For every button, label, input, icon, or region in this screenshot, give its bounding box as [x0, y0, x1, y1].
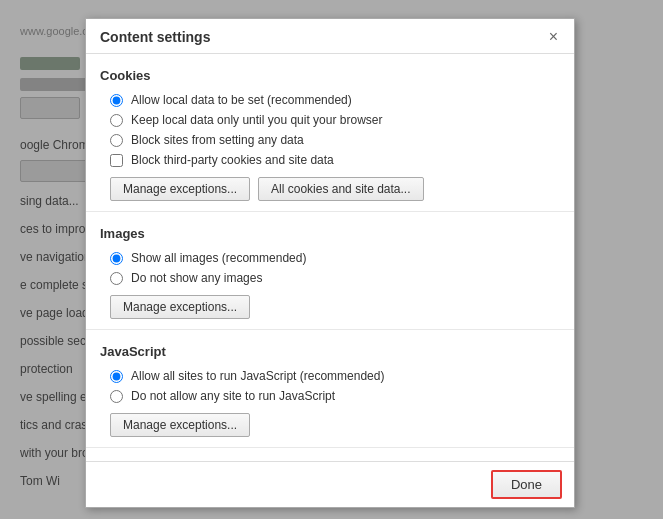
cookies-section: Cookies Allow local data to be set (reco…	[86, 54, 574, 212]
cookies-option-2[interactable]: Block sites from setting any data	[100, 133, 560, 147]
javascript-section-title: JavaScript	[100, 344, 560, 359]
cookies-radio-2[interactable]	[110, 134, 123, 147]
images-label-0: Show all images (recommended)	[131, 251, 306, 265]
javascript-option-0[interactable]: Allow all sites to run JavaScript (recom…	[100, 369, 560, 383]
cookies-section-title: Cookies	[100, 68, 560, 83]
cookies-label-1: Keep local data only until you quit your…	[131, 113, 382, 127]
cookies-manage-exceptions-button[interactable]: Manage exceptions...	[110, 177, 250, 201]
javascript-button-row: Manage exceptions...	[100, 413, 560, 437]
images-section: Images Show all images (recommended) Do …	[86, 212, 574, 330]
images-manage-exceptions-button[interactable]: Manage exceptions...	[110, 295, 250, 319]
images-button-row: Manage exceptions...	[100, 295, 560, 319]
cookies-button-row: Manage exceptions... All cookies and sit…	[100, 177, 560, 201]
dialog-footer: Done	[86, 461, 574, 507]
javascript-radio-1[interactable]	[110, 390, 123, 403]
images-option-1[interactable]: Do not show any images	[100, 271, 560, 285]
dialog-header: Content settings ×	[86, 19, 574, 54]
close-button[interactable]: ×	[547, 29, 560, 45]
cookies-all-cookies-button[interactable]: All cookies and site data...	[258, 177, 423, 201]
dialog-title: Content settings	[100, 29, 210, 45]
javascript-section: JavaScript Allow all sites to run JavaSc…	[86, 330, 574, 448]
done-button[interactable]: Done	[491, 470, 562, 499]
images-option-0[interactable]: Show all images (recommended)	[100, 251, 560, 265]
handlers-section: Handlers Allow sites to ask to become de…	[86, 448, 574, 461]
cookies-radio-1[interactable]	[110, 114, 123, 127]
dialog-body: Cookies Allow local data to be set (reco…	[86, 54, 574, 461]
cookies-checkbox-option[interactable]: Block third-party cookies and site data	[100, 153, 560, 167]
javascript-manage-exceptions-button[interactable]: Manage exceptions...	[110, 413, 250, 437]
cookies-option-0[interactable]: Allow local data to be set (recommended)	[100, 93, 560, 107]
cookies-label-0: Allow local data to be set (recommended)	[131, 93, 352, 107]
images-radio-0[interactable]	[110, 252, 123, 265]
content-settings-dialog: Content settings × Cookies Allow local d…	[85, 18, 575, 508]
javascript-option-1[interactable]: Do not allow any site to run JavaScript	[100, 389, 560, 403]
javascript-label-0: Allow all sites to run JavaScript (recom…	[131, 369, 384, 383]
javascript-label-1: Do not allow any site to run JavaScript	[131, 389, 335, 403]
images-label-1: Do not show any images	[131, 271, 262, 285]
cookies-label-2: Block sites from setting any data	[131, 133, 304, 147]
cookies-checkbox-label: Block third-party cookies and site data	[131, 153, 334, 167]
cookies-checkbox[interactable]	[110, 154, 123, 167]
images-section-title: Images	[100, 226, 560, 241]
cookies-radio-0[interactable]	[110, 94, 123, 107]
images-radio-1[interactable]	[110, 272, 123, 285]
javascript-radio-0[interactable]	[110, 370, 123, 383]
cookies-option-1[interactable]: Keep local data only until you quit your…	[100, 113, 560, 127]
